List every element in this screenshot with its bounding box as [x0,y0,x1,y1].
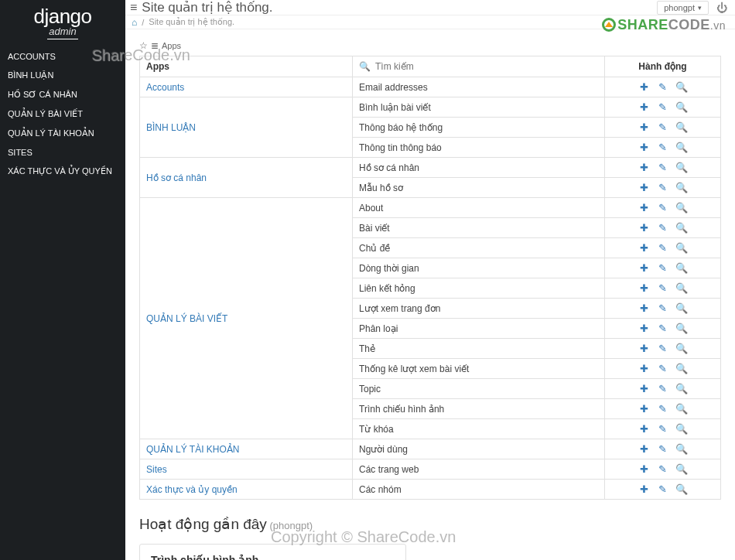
row-actions: ✚✎🔍 [605,339,721,359]
add-icon[interactable]: ✚ [635,323,654,334]
view-icon[interactable]: 🔍 [672,162,691,173]
user-menu[interactable]: phongpt ▾ [657,1,709,15]
star-icon[interactable]: ☆ [139,40,148,51]
sidebar-item-taikhoan[interactable]: QUẢN LÝ TÀI KHOẢN [0,124,125,143]
view-icon[interactable]: 🔍 [672,383,691,394]
add-icon[interactable]: ✚ [635,202,654,213]
list-icon[interactable]: ≣ [151,40,159,51]
view-icon[interactable]: 🔍 [672,262,691,274]
sidebar-item-hoso[interactable]: HỒ SƠ CÁ NHÂN [0,85,125,104]
add-icon[interactable]: ✚ [635,162,654,173]
edit-icon[interactable]: ✎ [654,403,672,415]
add-icon[interactable]: ✚ [635,142,654,153]
row-actions: ✚✎🔍 [605,178,721,198]
view-icon[interactable]: 🔍 [672,302,691,314]
add-icon[interactable]: ✚ [635,262,654,274]
add-icon[interactable]: ✚ [635,282,654,294]
view-icon[interactable]: 🔍 [672,242,691,254]
view-icon[interactable]: 🔍 [672,323,691,334]
add-icon[interactable]: ✚ [635,222,654,234]
view-icon[interactable]: 🔍 [672,142,691,153]
view-icon[interactable]: 🔍 [672,423,691,435]
edit-icon[interactable]: ✎ [654,162,672,173]
add-icon[interactable]: ✚ [635,242,654,254]
sidebar-item-accounts[interactable]: ACCOUNTS [0,47,125,66]
add-icon[interactable]: ✚ [635,302,654,314]
menu-toggle-icon[interactable]: ≡ [130,1,137,15]
add-icon[interactable]: ✚ [635,182,654,193]
edit-icon[interactable]: ✎ [654,142,672,153]
edit-icon[interactable]: ✎ [654,101,672,113]
app-link[interactable]: Hồ sơ cá nhân [140,158,353,198]
edit-icon[interactable]: ✎ [654,202,672,213]
view-icon[interactable]: 🔍 [672,222,691,234]
add-icon[interactable]: ✚ [635,343,654,354]
add-icon[interactable]: ✚ [635,81,654,93]
brand-underline [47,39,78,39]
edit-icon[interactable]: ✎ [654,463,672,475]
model-name: Thông báo hệ thống [353,118,605,138]
view-icon[interactable]: 🔍 [672,282,691,294]
add-icon[interactable]: ✚ [635,363,654,374]
model-name: Email addresses [353,77,605,97]
edit-icon[interactable]: ✎ [654,282,672,294]
view-icon[interactable]: 🔍 [672,463,691,475]
search-input[interactable] [375,61,598,72]
add-icon[interactable]: ✚ [635,483,654,495]
apps-toolbar-label: Apps [162,41,181,50]
edit-icon[interactable]: ✎ [654,81,672,93]
model-name: Từ khóa [353,419,605,439]
table-row: Hồ sơ cá nhânHồ sơ cá nhân✚✎🔍 [140,158,721,178]
view-icon[interactable]: 🔍 [672,403,691,415]
add-icon[interactable]: ✚ [635,121,654,133]
edit-icon[interactable]: ✎ [654,302,672,314]
edit-icon[interactable]: ✎ [654,483,672,495]
edit-icon[interactable]: ✎ [654,423,672,435]
edit-icon[interactable]: ✎ [654,222,672,234]
view-icon[interactable]: 🔍 [672,182,691,193]
sidebar-item-baiviet[interactable]: QUẢN LÝ BÀI VIẾT [0,104,125,124]
add-icon[interactable]: ✚ [635,423,654,435]
add-icon[interactable]: ✚ [635,101,654,113]
add-icon[interactable]: ✚ [635,383,654,394]
model-name: Thông tin thông báo [353,138,605,158]
edit-icon[interactable]: ✎ [654,363,672,374]
app-link[interactable]: QUẢN LÝ TÀI KHOẢN [140,439,353,459]
add-icon[interactable]: ✚ [635,403,654,415]
view-icon[interactable]: 🔍 [672,443,691,455]
sidebar-item-sites[interactable]: SITES [0,143,125,162]
sidebar-item-binhluan[interactable]: BÌNH LUẬN [0,66,125,85]
apps-table: Apps 🔍 Hành động AccountsEmail addresses… [139,56,721,500]
edit-icon[interactable]: ✎ [654,323,672,334]
edit-icon[interactable]: ✎ [654,262,672,274]
view-icon[interactable]: 🔍 [672,483,691,495]
app-link[interactable]: Xác thực và ủy quyền [140,480,353,500]
row-actions: ✚✎🔍 [605,77,721,97]
edit-icon[interactable]: ✎ [654,343,672,354]
edit-icon[interactable]: ✎ [654,182,672,193]
search-icon: 🔍 [359,61,371,72]
edit-icon[interactable]: ✎ [654,383,672,394]
view-icon[interactable]: 🔍 [672,121,691,133]
app-link[interactable]: Sites [140,459,353,480]
app-link[interactable]: QUẢN LÝ BÀI VIẾT [140,198,353,439]
main-content: ☆ ≣ Apps Apps 🔍 Hành động AccountsEmail … [125,29,735,560]
edit-icon[interactable]: ✎ [654,443,672,455]
app-link[interactable]: BÌNH LUẬN [140,97,353,158]
logout-icon[interactable]: ⏻ [713,2,730,14]
view-icon[interactable]: 🔍 [672,101,691,113]
view-icon[interactable]: 🔍 [672,202,691,213]
add-icon[interactable]: ✚ [635,443,654,455]
edit-icon[interactable]: ✎ [654,242,672,254]
add-icon[interactable]: ✚ [635,463,654,475]
sidebar-item-auth[interactable]: XÁC THỰC VÀ ỦY QUYỀN [0,162,125,181]
app-link[interactable]: Accounts [140,77,353,97]
view-icon[interactable]: 🔍 [672,343,691,354]
view-icon[interactable]: 🔍 [672,363,691,374]
table-row: QUẢN LÝ TÀI KHOẢNNgười dùng✚✎🔍 [140,439,721,459]
edit-icon[interactable]: ✎ [654,121,672,133]
col-search: 🔍 [353,56,605,77]
view-icon[interactable]: 🔍 [672,81,691,93]
brand-subtitle: admin [0,26,125,37]
home-icon[interactable]: ⌂ [132,17,137,28]
